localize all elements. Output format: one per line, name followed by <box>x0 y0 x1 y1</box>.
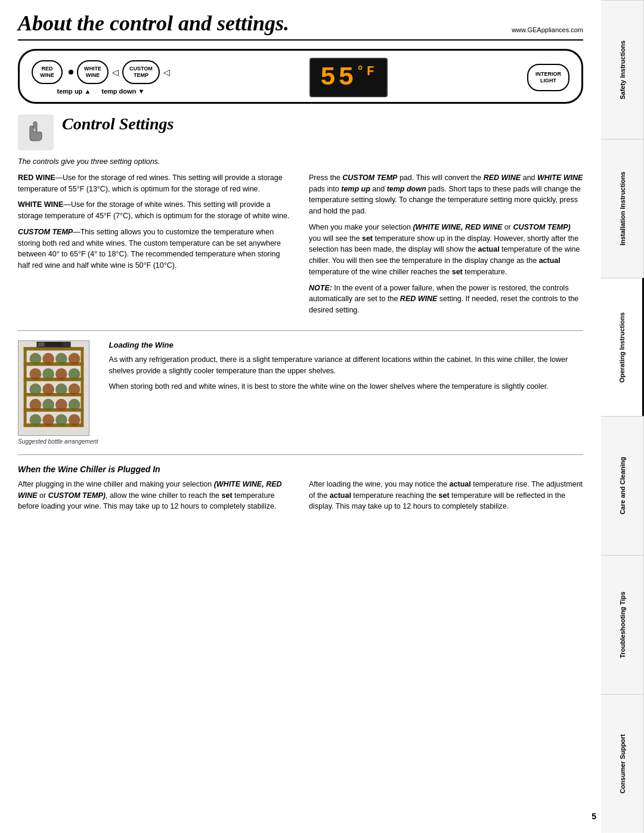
svg-point-25 <box>69 399 80 411</box>
plugged-right: After loading the wine, you may notice t… <box>309 479 583 517</box>
svg-point-29 <box>69 414 80 426</box>
display-unit: °F <box>357 64 377 79</box>
red-wine-label: REDWINE <box>39 66 55 79</box>
white-wine-button[interactable]: WHITEWINE <box>77 60 109 84</box>
interior-light-label: INTERIORLIGHT <box>535 71 561 84</box>
svg-point-17 <box>69 368 80 380</box>
wine-rack-caption: Suggested bottle arrangement <box>18 438 98 445</box>
wine-rack-illustration-wrapper: Suggested bottle arrangement <box>18 340 98 445</box>
temp-arrows-row: temp up ▲ temp down ▼ <box>57 88 145 95</box>
content-columns: RED WINE—Use for the storage of red wine… <box>18 172 583 321</box>
panel-buttons-row: REDWINE WHITEWINE ◁ CUSTOMTEMP ◁ <box>32 60 170 84</box>
red-wine-para: RED WINE—Use for the storage of red wine… <box>18 172 292 195</box>
panel-dot-1 <box>69 70 73 75</box>
interior-light-button[interactable]: INTERIORLIGHT <box>527 64 569 91</box>
page-number: 5 <box>592 812 596 821</box>
sidebar-tab-operating[interactable]: Operating Instructions <box>601 278 644 417</box>
page-title: About the control and settings. <box>18 11 289 36</box>
sidebar: Safety Instructions Installation Instruc… <box>601 0 644 833</box>
control-panel-illustration: REDWINE WHITEWINE ◁ CUSTOMTEMP ◁ temp up… <box>18 49 583 104</box>
svg-point-22 <box>30 399 42 411</box>
sidebar-tab-safety[interactable]: Safety Instructions <box>601 0 644 139</box>
svg-point-13 <box>69 353 80 365</box>
panel-arrow-2: ◁ <box>163 67 170 77</box>
custom-temp-para: CUSTOM TEMP—This setting allows you to c… <box>18 227 292 271</box>
page-title-bar: About the control and settings. www.GEAp… <box>18 11 583 41</box>
sidebar-tab-care[interactable]: Care and Cleaning <box>601 416 644 555</box>
svg-point-24 <box>55 399 67 411</box>
plugged-columns: After plugging in the wine chiller and m… <box>18 479 583 517</box>
svg-point-15 <box>42 368 54 380</box>
panel-left-group: REDWINE WHITEWINE ◁ CUSTOMTEMP ◁ temp up… <box>32 60 170 95</box>
plugged-title: When the Wine Chiller is Plugged In <box>18 465 583 474</box>
plugged-para-left: After plugging in the wine chiller and m… <box>18 479 292 512</box>
right-para-2: When you make your selection (WHITE WINE… <box>309 222 583 278</box>
temperature-display: 55°F <box>309 58 388 97</box>
hand-icon <box>18 114 54 150</box>
plugged-in-section: When the Wine Chiller is Plugged In Afte… <box>18 465 583 517</box>
right-para-1: Press the CUSTOM TEMP pad. This will con… <box>309 172 583 217</box>
custom-temp-label: CUSTOMTEMP <box>129 66 153 79</box>
right-column: Press the CUSTOM TEMP pad. This will con… <box>309 172 583 321</box>
wine-rack-image <box>18 340 89 436</box>
plugged-left: After plugging in the wine chiller and m… <box>18 479 292 517</box>
svg-point-20 <box>55 383 67 395</box>
display-value: 55 <box>320 63 357 92</box>
loading-para-2: When storing both red and white wines, i… <box>109 381 583 392</box>
white-wine-para: WHITE WINE—Use for the storage of white … <box>18 199 292 222</box>
left-column: RED WINE—Use for the storage of red wine… <box>18 172 292 321</box>
loading-section: Suggested bottle arrangement Loading the… <box>18 340 583 445</box>
red-wine-button[interactable]: REDWINE <box>32 60 63 84</box>
divider-1 <box>18 330 583 331</box>
note-para: NOTE: In the event of a power failure, w… <box>309 283 583 316</box>
loading-title: Loading the Wine <box>109 340 583 349</box>
svg-point-10 <box>30 353 42 365</box>
custom-temp-button[interactable]: CUSTOMTEMP <box>122 60 160 84</box>
panel-arrow-1: ◁ <box>112 67 119 77</box>
temp-down-label[interactable]: temp down ▼ <box>101 88 144 95</box>
svg-point-28 <box>55 414 67 426</box>
control-settings-header: Control Settings <box>18 114 583 150</box>
sidebar-tab-installation[interactable]: Installation Instructions <box>601 139 644 278</box>
sidebar-tab-consumer[interactable]: Consumer Support <box>601 694 644 833</box>
svg-point-12 <box>55 353 67 365</box>
white-wine-label: WHITEWINE <box>84 66 101 79</box>
divider-2 <box>18 454 583 455</box>
svg-point-18 <box>30 383 42 395</box>
svg-rect-9 <box>80 347 83 427</box>
svg-point-26 <box>30 414 42 426</box>
svg-rect-32 <box>45 342 63 346</box>
svg-point-23 <box>42 399 54 411</box>
svg-point-14 <box>30 368 42 380</box>
sidebar-tab-troubleshooting[interactable]: Troubleshooting Tips <box>601 555 644 694</box>
website-url: www.GEAppliances.com <box>512 26 583 33</box>
section-title: Control Settings <box>62 114 174 134</box>
svg-point-27 <box>42 414 54 426</box>
loading-content: Loading the Wine As with any refrigerati… <box>109 340 583 445</box>
svg-point-16 <box>55 368 67 380</box>
plugged-para-right: After loading the wine, you may notice t… <box>309 479 583 512</box>
svg-point-19 <box>42 383 54 395</box>
svg-rect-31 <box>38 342 44 346</box>
temp-up-label[interactable]: temp up ▲ <box>57 88 91 95</box>
loading-para-1: As with any refrigeration product, there… <box>109 354 583 377</box>
svg-point-11 <box>42 353 54 365</box>
svg-rect-8 <box>24 347 27 427</box>
controls-subtitle: The controls give you three setting opti… <box>18 156 583 168</box>
svg-point-21 <box>69 383 80 395</box>
